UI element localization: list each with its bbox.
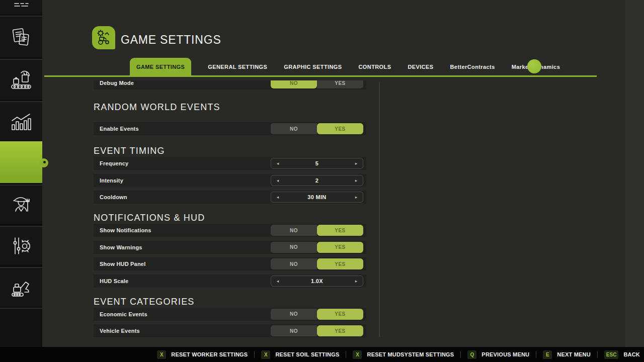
decrease-button[interactable]: ◂ bbox=[271, 161, 284, 166]
footer-divider bbox=[536, 351, 536, 358]
vehicle-events-toggle: NO YES bbox=[271, 325, 363, 336]
shortcut-next-menu[interactable]: E NEXT MENU bbox=[543, 350, 591, 359]
shortcut-reset-mudsystem[interactable]: X RESET MUDSYSTEM SETTINGS bbox=[353, 350, 454, 359]
game-settings-app-icon bbox=[92, 26, 115, 49]
sidebar-item-construction[interactable] bbox=[0, 267, 42, 307]
setting-label: Economic Events bbox=[100, 311, 147, 317]
tab-controls[interactable]: CONTROLS bbox=[359, 64, 391, 70]
setting-row-vehicle-events: Vehicle Events NO YES bbox=[94, 324, 366, 337]
footer-divider bbox=[254, 351, 255, 358]
economic-events-toggle: NO YES bbox=[271, 309, 363, 320]
shortcut-reset-worker[interactable]: X RESET WORKER SETTINGS bbox=[157, 350, 248, 359]
toggle-no-button[interactable]: NO bbox=[271, 80, 317, 88]
setting-label: Frequency bbox=[100, 160, 128, 166]
section-title-notifications-hud: NOTIFICATIONS & HUD bbox=[94, 212, 366, 224]
toggle-no-button[interactable]: NO bbox=[271, 225, 317, 236]
tractor-gear-icon bbox=[95, 29, 112, 46]
debug-mode-toggle: NO YES bbox=[271, 80, 363, 88]
toggle-no-button[interactable]: NO bbox=[271, 258, 317, 269]
toggle-yes-button[interactable]: YES bbox=[317, 242, 363, 253]
cursor-dot bbox=[527, 59, 541, 73]
setting-row-debug-mode: Debug Mode NO YES bbox=[94, 80, 366, 89]
key-e[interactable]: E bbox=[543, 350, 552, 359]
setting-label: Show Warnings bbox=[100, 244, 142, 250]
setting-label: Enable Events bbox=[100, 126, 139, 132]
toggle-yes-button[interactable]: YES bbox=[317, 123, 363, 134]
sidebar-empty bbox=[0, 308, 42, 347]
toggle-no-button[interactable]: NO bbox=[271, 325, 317, 336]
tab-bettercontracts[interactable]: BetterContracts bbox=[450, 64, 495, 70]
tab-game-settings[interactable]: GAME SETTINGS bbox=[130, 58, 191, 76]
intensity-stepper: ◂ 2 ▸ bbox=[271, 175, 363, 186]
toggle-yes-button[interactable]: YES bbox=[317, 258, 363, 269]
increase-button[interactable]: ▸ bbox=[350, 195, 363, 200]
decrease-button[interactable]: ◂ bbox=[271, 178, 284, 183]
sidebar bbox=[0, 0, 42, 347]
setting-label: Cooldown bbox=[100, 194, 127, 200]
key-esc[interactable]: ESC bbox=[604, 350, 619, 359]
section-title-event-timing: EVENT TIMING bbox=[94, 145, 366, 157]
setting-row-cooldown: Cooldown ◂ 30 MIN ▸ bbox=[94, 191, 366, 204]
sidebar-item-contracts[interactable] bbox=[0, 16, 42, 58]
sidebar-item-mod-settings[interactable] bbox=[0, 226, 42, 265]
footer-divider bbox=[460, 351, 461, 358]
footer-divider bbox=[346, 351, 346, 358]
footer-divider bbox=[597, 351, 598, 358]
sidebar-item-game-settings-active[interactable] bbox=[0, 141, 42, 183]
key-x[interactable]: X bbox=[353, 350, 362, 359]
page-title: GAME SETTINGS bbox=[121, 33, 221, 47]
setting-row-show-warnings: Show Warnings NO YES bbox=[94, 241, 366, 254]
stepper-value: 5 bbox=[284, 160, 350, 166]
setting-label: Debug Mode bbox=[100, 80, 134, 86]
setting-row-frequency: Frequency ◂ 5 ▸ bbox=[94, 157, 366, 170]
increase-button[interactable]: ▸ bbox=[350, 161, 363, 166]
setting-row-show-notifications: Show Notifications NO YES bbox=[94, 224, 366, 237]
partial-icon bbox=[13, 3, 30, 13]
setting-label: Vehicle Events bbox=[100, 328, 140, 334]
tab-devices[interactable]: DEVICES bbox=[408, 64, 433, 70]
toggle-yes-button[interactable]: YES bbox=[317, 225, 363, 236]
toggle-yes-button[interactable]: YES bbox=[317, 80, 363, 88]
setting-label: Intensity bbox=[100, 177, 123, 184]
toggle-no-button[interactable]: NO bbox=[271, 309, 317, 320]
statistics-icon bbox=[10, 112, 32, 132]
mod-settings-icon bbox=[10, 235, 32, 257]
tab-general-settings[interactable]: GENERAL SETTINGS bbox=[208, 64, 267, 70]
setting-label: Show Notifications bbox=[100, 227, 151, 233]
increase-button[interactable]: ▸ bbox=[350, 279, 363, 284]
setting-row-intensity: Intensity ◂ 2 ▸ bbox=[94, 174, 366, 187]
section-title-random-world-events: RANDOM WORLD EVENTS bbox=[94, 101, 366, 113]
production-icon bbox=[10, 69, 33, 91]
decrease-button[interactable]: ◂ bbox=[271, 279, 284, 284]
sidebar-item-top-partial[interactable] bbox=[0, 0, 42, 15]
farmer-icon bbox=[10, 193, 33, 216]
tab-graphic-settings[interactable]: GRAPHIC SETTINGS bbox=[284, 64, 342, 70]
key-x[interactable]: X bbox=[261, 350, 270, 359]
sidebar-item-farmer[interactable] bbox=[0, 185, 42, 224]
shortcut-reset-soil[interactable]: X RESET SOIL SETTINGS bbox=[261, 350, 339, 359]
setting-row-hud-scale: HUD Scale ◂ 1.0X ▸ bbox=[94, 275, 366, 288]
toggle-no-button[interactable]: NO bbox=[271, 242, 317, 253]
show-hud-panel-toggle: NO YES bbox=[271, 258, 363, 269]
cooldown-stepper: ◂ 30 MIN ▸ bbox=[271, 192, 363, 203]
column-divider bbox=[379, 82, 380, 337]
key-q[interactable]: Q bbox=[467, 350, 476, 359]
sidebar-item-production[interactable] bbox=[0, 59, 42, 100]
toggle-yes-button[interactable]: YES bbox=[317, 309, 363, 320]
setting-row-show-hud-panel: Show HUD Panel NO YES bbox=[94, 257, 366, 270]
setting-label: Show HUD Panel bbox=[100, 261, 145, 267]
tab-bar: GAME SETTINGS GENERAL SETTINGS GRAPHIC S… bbox=[130, 58, 560, 76]
key-x[interactable]: X bbox=[157, 350, 166, 359]
show-warnings-toggle: NO YES bbox=[271, 242, 363, 253]
decrease-button[interactable]: ◂ bbox=[271, 195, 284, 200]
sidebar-item-statistics[interactable] bbox=[0, 101, 42, 141]
settings-list: Debug Mode NO YES RANDOM WORLD EVENTS En… bbox=[94, 80, 366, 338]
section-title-event-categories: EVENT CATEGORIES bbox=[94, 296, 366, 308]
setting-row-enable-events: Enable Events NO YES bbox=[94, 122, 366, 135]
stepper-value: 30 MIN bbox=[284, 194, 350, 200]
toggle-no-button[interactable]: NO bbox=[271, 123, 317, 134]
increase-button[interactable]: ▸ bbox=[350, 178, 363, 183]
toggle-yes-button[interactable]: YES bbox=[317, 325, 363, 336]
shortcut-back[interactable]: ESC BACK bbox=[604, 350, 640, 359]
shortcut-previous-menu[interactable]: Q PREVIOUS MENU bbox=[467, 350, 529, 359]
